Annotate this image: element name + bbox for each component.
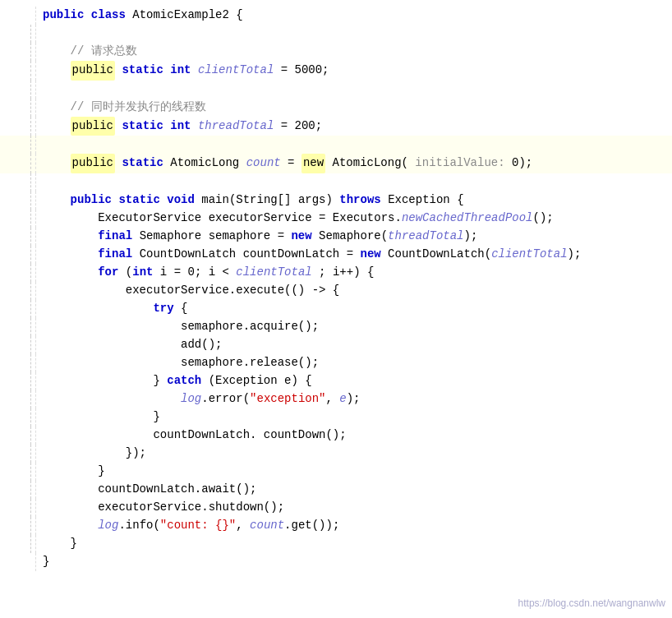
fold-3 bbox=[25, 43, 36, 61]
keyword-throws: throws bbox=[339, 191, 380, 210]
code-line-10 bbox=[0, 173, 672, 191]
line-content-21: } catch (Exception e) { bbox=[36, 372, 672, 390]
gutter-23 bbox=[0, 408, 25, 427]
line-content-7: public static int threadTotal = 200; bbox=[36, 117, 672, 136]
highlight-public-2: public bbox=[71, 117, 115, 136]
fold-18 bbox=[25, 318, 36, 336]
var-count-ref: count bbox=[250, 517, 284, 535]
comment-1: // 请求总数 bbox=[71, 43, 137, 61]
code-line-19: add(); bbox=[0, 336, 672, 354]
string-exception: "exception" bbox=[250, 390, 325, 408]
method-newCachedThreadPool: newCachedThreadPool bbox=[402, 210, 533, 228]
gutter-12 bbox=[0, 210, 25, 228]
gutter-9 bbox=[0, 154, 25, 173]
param-hint-1: initialValue: bbox=[408, 154, 512, 173]
keyword-static-1: static bbox=[122, 62, 163, 80]
keyword-static-2: static bbox=[122, 118, 163, 136]
code-line-23: } bbox=[0, 408, 672, 427]
keyword-new-3: new bbox=[360, 246, 380, 264]
fold-5 bbox=[25, 81, 36, 99]
gutter-30 bbox=[0, 535, 25, 553]
line-content-15: for ( int i = 0; i < clientTotal ; i++) … bbox=[36, 264, 672, 282]
code-area: public class AtomicExample2 { // 请求总数 bbox=[0, 0, 672, 578]
keyword-catch: catch bbox=[167, 372, 201, 390]
line-content-6: // 同时并发执行的线程数 bbox=[36, 99, 672, 117]
gutter-25 bbox=[0, 445, 25, 463]
gutter-17 bbox=[0, 300, 25, 318]
code-line-26: } bbox=[0, 463, 672, 481]
keyword-public-4: public bbox=[71, 191, 112, 210]
line-content-19: add(); bbox=[36, 336, 672, 354]
line-content-20: semaphore.release(); bbox=[36, 354, 672, 372]
code-line-27: countDownLatch.await(); bbox=[0, 481, 672, 499]
line-content-22: log . error ( "exception" , e ); bbox=[36, 390, 672, 408]
fold-7 bbox=[25, 117, 36, 136]
keyword-static-3: static bbox=[122, 154, 163, 173]
gutter-27 bbox=[0, 481, 25, 499]
gutter-20 bbox=[0, 354, 25, 372]
fold-22 bbox=[25, 390, 36, 408]
fold-20 bbox=[25, 354, 36, 372]
code-line-24: countDownLatch. countDown(); bbox=[0, 427, 672, 445]
keyword-final-1: final bbox=[98, 228, 132, 246]
keyword-new-1: new bbox=[301, 154, 325, 173]
code-line-3: // 请求总数 bbox=[0, 43, 672, 61]
watermark: https://blog.csdn.net/wangnanwlw bbox=[518, 596, 665, 611]
fold-4 bbox=[25, 61, 36, 81]
code-line-13: final Semaphore semaphore = new Semaphor… bbox=[0, 228, 672, 246]
line-content-12: ExecutorService executorService = Execut… bbox=[36, 210, 672, 228]
gutter-16 bbox=[0, 282, 25, 300]
line-content-17: try { bbox=[36, 300, 672, 318]
code-line-1: public class AtomicExample2 { bbox=[0, 7, 672, 25]
gutter-7 bbox=[0, 117, 25, 136]
gutter-13 bbox=[0, 228, 25, 246]
code-line-20: semaphore.release(); bbox=[0, 354, 672, 372]
fold-14 bbox=[25, 246, 36, 264]
fold-29 bbox=[25, 517, 36, 535]
gutter-2 bbox=[0, 25, 25, 43]
fold-26 bbox=[25, 463, 36, 481]
fold-31 bbox=[25, 553, 36, 571]
gutter-8 bbox=[0, 136, 25, 154]
line-content-29: log .info( "count: {}" , count .get()); bbox=[36, 517, 672, 535]
gutter-5 bbox=[0, 81, 25, 99]
line-content-3: // 请求总数 bbox=[36, 43, 672, 61]
line-content-9: public static AtomicLong count = new Ato… bbox=[36, 154, 672, 173]
gutter-3 bbox=[0, 43, 25, 61]
gutter-22 bbox=[0, 390, 25, 408]
var-e: e bbox=[339, 390, 346, 408]
line-content-14: final CountDownLatch countDownLatch = ne… bbox=[36, 246, 672, 264]
line-content-27: countDownLatch.await(); bbox=[36, 481, 672, 499]
gutter-24 bbox=[0, 427, 25, 445]
string-count: "count: {}" bbox=[160, 517, 236, 535]
code-line-9: public static AtomicLong count = new Ato… bbox=[0, 154, 672, 173]
code-line-25: }); bbox=[0, 445, 672, 463]
line-content-2 bbox=[36, 25, 672, 43]
var-count: count bbox=[246, 154, 281, 173]
fold-17 bbox=[25, 300, 36, 318]
line-content-16: executorService.execute(() -> { bbox=[36, 282, 672, 300]
gutter-1 bbox=[0, 7, 25, 25]
code-line-29: log .info( "count: {}" , count .get()); bbox=[0, 517, 672, 535]
code-line-22: log . error ( "exception" , e ); bbox=[0, 390, 672, 408]
line-content-4: public static int clientTotal = 5000; bbox=[36, 61, 672, 81]
gutter-28 bbox=[0, 499, 25, 517]
keyword-public: public bbox=[43, 7, 84, 25]
code-line-7: public static int threadTotal = 200; bbox=[0, 117, 672, 136]
gutter-26 bbox=[0, 463, 25, 481]
fold-6 bbox=[25, 99, 36, 117]
code-line-16: executorService.execute(() -> { bbox=[0, 282, 672, 300]
gutter-19 bbox=[0, 336, 25, 354]
code-line-11: public static void main(String[] args) t… bbox=[0, 191, 672, 210]
line-content-26: } bbox=[36, 463, 672, 481]
line-content-24: countDownLatch. countDown(); bbox=[36, 427, 672, 445]
fold-21 bbox=[25, 372, 36, 390]
gutter-6 bbox=[0, 99, 25, 117]
fold-10 bbox=[25, 173, 36, 191]
var-clientTotal-ref2: clientTotal bbox=[236, 264, 311, 282]
line-content-5 bbox=[36, 81, 672, 99]
code-line-28: executorService.shutdown(); bbox=[0, 499, 672, 517]
code-line-21: } catch (Exception e) { bbox=[0, 372, 672, 390]
keyword-int-3: int bbox=[132, 264, 153, 282]
line-content-10 bbox=[36, 173, 672, 191]
